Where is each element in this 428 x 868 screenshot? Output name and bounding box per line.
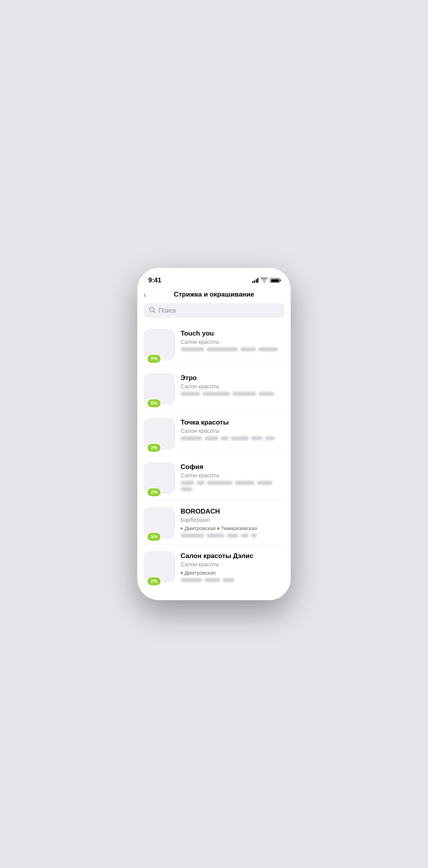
blur-pill: [232, 392, 256, 396]
item-info: Точка красотыСалон красоты: [181, 418, 284, 440]
salon-type: Салон красоты: [181, 383, 284, 389]
discount-badge: 5%: [147, 399, 161, 408]
blur-pill: [251, 436, 263, 440]
discount-badge: 2%: [147, 443, 161, 453]
search-icon: [149, 307, 155, 314]
thumbnail-wrap: 2%: [144, 329, 175, 360]
salon-type: Салон красоты: [181, 428, 284, 434]
item-info: BORODACHБарбершоп Дмитровская Тимирязевс…: [181, 507, 284, 538]
blur-pill: [197, 481, 205, 485]
blur-pill: [221, 436, 229, 440]
page-title: Стрижка и окрашивание: [174, 291, 255, 299]
thumbnail-wrap: 2%: [144, 551, 175, 583]
blur-pill: [207, 534, 224, 538]
blur-rating-lines: [181, 578, 284, 582]
blur-pill: [181, 481, 194, 485]
blur-rating-lines: [181, 481, 284, 491]
blur-pill: [235, 481, 255, 485]
signal-icon: [252, 278, 259, 283]
salon-type: Салон красоты: [181, 561, 284, 568]
metro-tag: Дмитровская: [181, 570, 216, 576]
blur-rating-lines: [181, 534, 284, 538]
nav-header: ‹ Стрижка и окрашивание: [137, 287, 291, 303]
blur-pill: [181, 347, 204, 351]
search-bar[interactable]: Поиск: [144, 303, 284, 318]
thumbnail-wrap: 2%: [144, 462, 175, 494]
blur-pill: [181, 534, 204, 538]
blur-rating-lines: [181, 436, 284, 440]
svg-line-1: [153, 311, 155, 313]
discount-badge: 2%: [147, 354, 161, 364]
salon-name: BORODACH: [181, 508, 284, 516]
list-item[interactable]: 2%Точка красотыСалон красоты: [144, 412, 284, 456]
metro-dot-icon: [217, 527, 220, 530]
blur-pill: [231, 436, 249, 440]
item-info: ЭтроСалон красоты: [181, 373, 284, 396]
list-item[interactable]: 5%BORODACHБарбершоп Дмитровская Тимирязе…: [144, 501, 284, 545]
blur-pill: [223, 578, 234, 582]
blur-pill: [203, 392, 230, 396]
metro-tag: Тимирязевская: [217, 525, 257, 531]
thumbnail-wrap: 5%: [144, 373, 175, 405]
blur-pill: [207, 481, 232, 485]
salon-name: Этро: [181, 374, 284, 382]
back-button[interactable]: ‹: [144, 291, 146, 299]
blur-pill: [181, 487, 192, 491]
salon-name: София: [181, 463, 284, 471]
status-bar: 9:41: [137, 268, 291, 287]
search-placeholder: Поиск: [159, 307, 176, 314]
salon-type: Барбершоп: [181, 517, 284, 523]
metro-dot-icon: [181, 572, 183, 574]
salon-name: Салон красоты Дэлис: [181, 552, 284, 560]
list-item[interactable]: 2%Салон красоты ДэлисСалон красоты Дмитр…: [144, 545, 284, 589]
blur-pill: [207, 347, 238, 351]
status-icons: [252, 277, 280, 284]
salon-name: Точка красоты: [181, 419, 284, 427]
thumbnail-wrap: 2%: [144, 418, 175, 449]
metro-tag: Дмитровская: [181, 525, 216, 531]
salon-tags: Дмитровская: [181, 570, 284, 576]
blur-pill: [205, 436, 218, 440]
thumbnail-wrap: 5%: [144, 507, 175, 538]
blur-rating-lines: [181, 347, 284, 351]
wifi-icon: [261, 277, 268, 284]
item-info: Touch youСалон красоты: [181, 329, 284, 351]
search-container: Поиск: [137, 303, 291, 323]
discount-badge: 2%: [147, 577, 161, 586]
salon-type: Салон красоты: [181, 339, 284, 345]
list-item[interactable]: 2%СофияСалон красоты: [144, 456, 284, 501]
list-item[interactable]: 5%ЭтроСалон красоты: [144, 367, 284, 412]
list-item[interactable]: 2%Touch youСалон красоты: [144, 323, 284, 367]
blur-rating-lines: [181, 392, 284, 396]
item-info: СофияСалон красоты: [181, 462, 284, 491]
salon-type: Салон красоты: [181, 472, 284, 479]
back-chevron-icon: ‹: [144, 291, 146, 299]
blur-pill: [181, 436, 202, 440]
blur-pill: [240, 347, 256, 351]
item-info: Салон красоты ДэлисСалон красоты Дмитров…: [181, 551, 284, 582]
blur-pill: [258, 347, 278, 351]
salon-tags: Дмитровская Тимирязевская: [181, 525, 284, 531]
blur-pill: [265, 436, 275, 440]
salon-list: 2%Touch youСалон красоты5%ЭтроСалон крас…: [137, 323, 291, 600]
blur-pill: [251, 534, 257, 538]
blur-pill: [257, 481, 273, 485]
blur-pill: [181, 578, 202, 582]
phone-frame: 9:41 ‹ Стри: [137, 268, 291, 600]
metro-dot-icon: [181, 527, 183, 530]
blur-pill: [205, 578, 220, 582]
status-time: 9:41: [148, 276, 161, 284]
blur-pill: [227, 534, 238, 538]
blur-pill: [258, 392, 274, 396]
discount-badge: 5%: [147, 532, 161, 542]
salon-name: Touch you: [181, 330, 284, 338]
blur-pill: [181, 392, 200, 396]
discount-badge: 2%: [147, 488, 161, 497]
blur-pill: [241, 534, 249, 538]
battery-icon: [270, 278, 280, 283]
